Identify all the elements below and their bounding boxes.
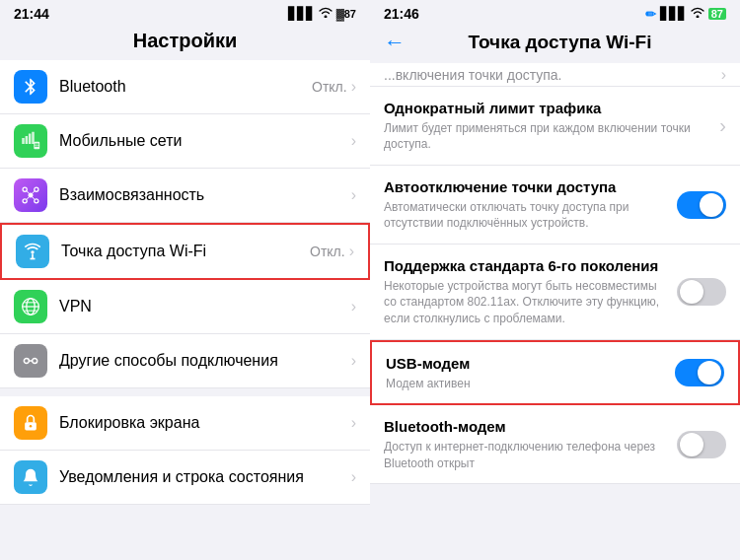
signal-icon: ▋▋▋ [288,7,315,21]
hotspot-icon [16,235,49,268]
vpn-content: VPN › [59,298,356,315]
vpn-label: VPN [59,298,92,315]
hotspot-chevron: › [349,243,354,260]
wifi6-desc: Некоторые устройства могут быть несовмес… [384,278,667,327]
partial-chevron: › [721,66,726,84]
notifications-content: Уведомления и строка состояния › [59,468,356,486]
usb-modem-toggle[interactable] [675,359,724,386]
traffic-limit-title: Однократный лимит трафика [384,99,709,118]
lock-content: Блокировка экрана › [59,414,356,432]
bluetooth-chevron: › [351,78,356,96]
notifications-chevron: › [351,468,356,486]
settings-item-other[interactable]: Другие способы подключения › [0,334,370,388]
notifications-icon [14,460,47,494]
other-content: Другие способы подключения › [59,352,356,370]
other-right: › [351,352,356,370]
svg-rect-1 [35,144,38,145]
svg-line-8 [27,190,30,193]
right-battery-icon: 87 [708,8,726,20]
bluetooth-modem-title: Bluetooth-модем [384,417,667,437]
right-signal-icon: ▋▋▋ [660,7,687,21]
wifi-icon [319,7,333,21]
usb-modem-title: USB-модем [386,354,665,374]
hotspot-label: Точка доступа Wi-Fi [61,243,206,260]
right-content: Однократный лимит трафика Лимит будет пр… [370,87,740,560]
section-wifi6[interactable]: Поддержка стандарта 6-го поколения Некот… [370,245,740,340]
auto-disconnect-desc: Автоматически отключать точку доступа пр… [384,199,667,233]
section-auto-disconnect[interactable]: Автоотключение точки доступа Автоматичес… [370,166,740,245]
right-title-bar: ← Точка доступа Wi-Fi [370,26,740,63]
traffic-limit-text: Однократный лимит трафика Лимит будет пр… [384,99,719,153]
svg-line-11 [32,196,35,199]
svg-rect-2 [35,146,38,147]
wifi6-title: Поддержка стандарта 6-го поколения [384,256,667,276]
right-page-title: Точка доступа Wi-Fi [413,32,706,53]
settings-item-hotspot[interactable]: Точка доступа Wi-Fi Откл. › [0,223,370,280]
hotspot-status: Откл. [310,244,345,259]
lock-label: Блокировка экрана [59,414,199,432]
lock-icon [14,406,47,440]
separator-1 [0,388,370,396]
connectivity-chevron: › [351,186,356,204]
wifi6-text: Поддержка стандарта 6-го поколения Некот… [384,256,677,327]
mobile-chevron: › [351,132,356,150]
connectivity-right: › [351,186,356,204]
notifications-right: › [351,468,356,486]
left-time: 21:44 [14,6,49,22]
right-status-icons: ✏ ▋▋▋ 87 [645,7,726,22]
right-edit-icon: ✏ [645,7,656,22]
usb-modem-text: USB-модем Модем активен [386,354,675,391]
bluetooth-icon [14,70,47,104]
battery-icon: ▓87 [336,8,356,20]
other-chevron: › [351,352,356,370]
wifi6-toggle[interactable] [677,278,726,306]
svg-line-9 [32,190,35,193]
other-label: Другие способы подключения [59,352,278,370]
bluetooth-label: Bluetooth [59,78,126,96]
settings-item-vpn[interactable]: VPN › [0,280,370,334]
right-wifi-icon [691,7,704,21]
section-usb-modem[interactable]: USB-модем Модем активен [370,340,740,405]
traffic-limit-chevron: › [719,114,726,137]
vpn-right: › [351,298,356,315]
svg-line-10 [27,196,30,199]
auto-disconnect-toggle[interactable] [677,191,726,219]
bluetooth-right: Откл. › [312,78,356,96]
section-bluetooth-modem[interactable]: Bluetooth-модем Доступ к интернет-подклю… [370,405,740,484]
traffic-limit-desc: Лимит будет применяться при каждом включ… [384,120,709,154]
svg-rect-0 [34,142,39,150]
right-panel: 21:46 ✏ ▋▋▋ 87 ← Точка доступа Wi-Fi ...… [370,0,740,560]
back-button[interactable]: ← [384,30,406,55]
settings-item-connectivity[interactable]: Взаимосвязанность › [0,169,370,223]
bluetooth-modem-text: Bluetooth-модем Доступ к интернет-подклю… [384,417,677,471]
settings-item-lock[interactable]: Блокировка экрана › [0,396,370,451]
right-time: 21:46 [384,6,419,22]
bluetooth-content: Bluetooth Откл. › [59,78,356,96]
mobile-label: Мобильные сети [59,132,183,150]
left-page-title: Настройки [0,26,370,60]
settings-item-mobile[interactable]: Мобильные сети › [0,114,370,169]
settings-list: Bluetooth Откл. › Мобильные сети [0,60,370,560]
partial-top-item: ...включения точки доступа. › [370,63,740,87]
bluetooth-modem-desc: Доступ к интернет-подключению телефона ч… [384,439,667,472]
right-status-bar: 21:46 ✏ ▋▋▋ 87 [370,0,740,26]
mobile-right: › [351,132,356,150]
connectivity-label: Взаимосвязанность [59,186,204,204]
left-status-icons: ▋▋▋ ▓87 [288,7,356,21]
usb-modem-desc: Модем активен [386,376,665,392]
settings-item-notifications[interactable]: Уведомления и строка состояния › [0,451,370,505]
vpn-chevron: › [351,298,356,315]
svg-point-20 [24,359,29,364]
section-traffic-limit[interactable]: Однократный лимит трафика Лимит будет пр… [370,87,740,166]
lock-chevron: › [351,414,356,432]
bluetooth-modem-toggle[interactable] [677,431,726,458]
other-icon [14,344,47,378]
svg-point-21 [33,359,37,364]
hotspot-right: Откл. › [310,243,354,260]
auto-disconnect-text: Автоотключение точки доступа Автоматичес… [384,177,677,232]
hotspot-content: Точка доступа Wi-Fi Откл. › [61,243,354,260]
bluetooth-status: Откл. [312,79,347,95]
connectivity-icon [14,178,47,212]
mobile-icon [14,124,47,158]
settings-item-bluetooth[interactable]: Bluetooth Откл. › [0,60,370,114]
